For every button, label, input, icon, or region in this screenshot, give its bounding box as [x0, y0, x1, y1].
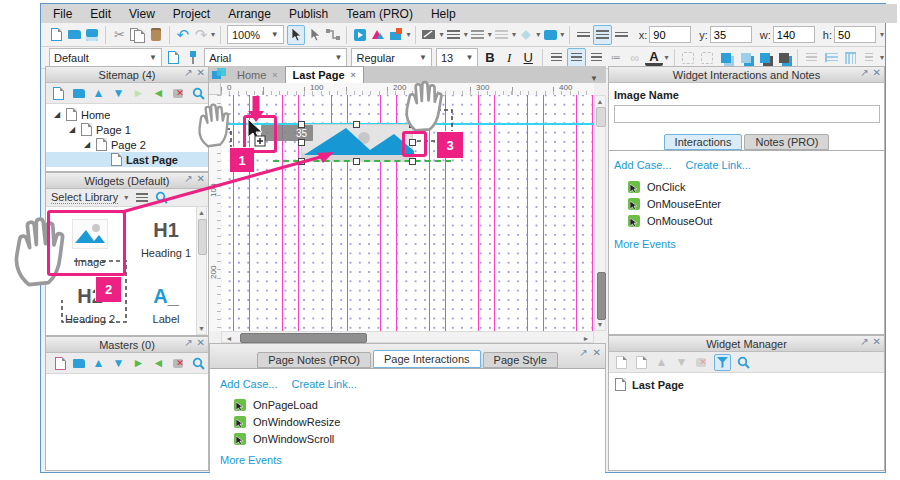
- update-style-icon[interactable]: [165, 49, 182, 67]
- delete-page-icon[interactable]: ✕: [171, 86, 186, 101]
- filter-icon[interactable]: [714, 354, 731, 371]
- widget-item-label[interactable]: A_ Label: [131, 285, 201, 325]
- event-onpageload[interactable]: OnPageLoad: [234, 396, 605, 413]
- search-icon[interactable]: [191, 356, 206, 371]
- search-icon[interactable]: [154, 190, 169, 205]
- more-events-link[interactable]: More Events: [614, 238, 879, 250]
- create-link-link[interactable]: Create Link...: [685, 159, 750, 171]
- add-case-link[interactable]: Add Case...: [220, 378, 277, 390]
- tab-interactions[interactable]: Interactions: [664, 134, 743, 150]
- y-field[interactable]: [710, 26, 752, 43]
- add-case-link[interactable]: Add Case...: [614, 159, 671, 171]
- line-width-icon[interactable]: [446, 26, 462, 44]
- w-field[interactable]: [773, 26, 815, 43]
- font-weight-select[interactable]: Regular▼: [351, 48, 431, 67]
- chevron-down-icon[interactable]: ▾: [406, 30, 410, 39]
- expand-triangle-icon[interactable]: ◢: [67, 125, 77, 134]
- link-icon[interactable]: ∞: [626, 49, 643, 67]
- close-icon[interactable]: ✕: [197, 67, 205, 78]
- preview-icon[interactable]: [352, 26, 368, 44]
- tab-list-icon[interactable]: ▼: [590, 74, 598, 83]
- menu-help[interactable]: Help: [431, 7, 456, 21]
- arrow-style-icon[interactable]: [494, 26, 510, 44]
- move-up-icon[interactable]: ▲: [91, 356, 106, 371]
- underline-button[interactable]: U: [520, 49, 537, 67]
- handle-mid-left[interactable]: [298, 139, 305, 146]
- widget-name-input[interactable]: [614, 105, 880, 123]
- move-up-icon[interactable]: ▲: [91, 86, 106, 101]
- bold-button[interactable]: B: [481, 49, 498, 67]
- create-link-link[interactable]: Create Link...: [291, 378, 356, 390]
- delete-master-icon[interactable]: ✕: [171, 356, 186, 371]
- indent-icon[interactable]: ►: [131, 86, 146, 101]
- tab-page-interactions[interactable]: Page Interactions: [373, 350, 481, 368]
- menu-file[interactable]: File: [53, 7, 72, 21]
- sitemap-item-home[interactable]: ◢ Home: [46, 107, 208, 122]
- popout-icon[interactable]: ↗: [860, 336, 868, 347]
- vertical-guide[interactable]: [494, 95, 495, 331]
- vertical-guide[interactable]: [429, 95, 430, 331]
- select-tool-icon[interactable]: [287, 25, 305, 45]
- align-objects-top-icon[interactable]: [842, 49, 859, 67]
- send-backward-icon[interactable]: [775, 49, 792, 67]
- tab-home[interactable]: Home×: [230, 67, 285, 83]
- fill-color-icon[interactable]: [542, 26, 558, 44]
- tab-page-notes[interactable]: Page Notes (PRO): [257, 352, 371, 368]
- widget-item-heading1[interactable]: H1 Heading 1: [131, 219, 201, 259]
- move-down-icon[interactable]: ▼: [111, 356, 126, 371]
- redo-icon[interactable]: ↷: [193, 26, 209, 44]
- more-events-link[interactable]: More Events: [220, 454, 605, 466]
- copy-icon[interactable]: [130, 26, 146, 44]
- undo-icon[interactable]: ↶: [175, 26, 191, 44]
- handle-bottom-left[interactable]: [298, 158, 305, 165]
- new-file-icon[interactable]: [48, 26, 64, 44]
- menu-team[interactable]: Team (PRO): [346, 7, 413, 21]
- paste-icon[interactable]: [148, 26, 164, 44]
- overflow-caret-icon[interactable]: ▾: [211, 30, 215, 39]
- delete-widget-icon[interactable]: ✕: [694, 355, 709, 370]
- tab-page-style[interactable]: Page Style: [483, 352, 558, 368]
- select-library-dropdown[interactable]: Select Library: [51, 191, 118, 204]
- vertical-guide[interactable]: [527, 95, 528, 331]
- event-onwindowresize[interactable]: OnWindowResize: [234, 413, 605, 430]
- close-icon[interactable]: ✕: [197, 173, 205, 184]
- widget-manager-item[interactable]: Last Page: [609, 377, 884, 392]
- menu-publish[interactable]: Publish: [289, 7, 328, 21]
- align-objects-left-icon[interactable]: [822, 49, 839, 67]
- open-icon[interactable]: [66, 26, 82, 44]
- bullet-list-icon[interactable]: ≔: [607, 49, 624, 67]
- handle-top-mid[interactable]: [353, 121, 360, 128]
- popout-icon[interactable]: ↗: [184, 173, 192, 184]
- save-icon[interactable]: [84, 26, 100, 44]
- event-onclick[interactable]: OnClick: [628, 178, 879, 195]
- x-field[interactable]: [649, 26, 691, 43]
- outdent-icon[interactable]: ◄: [151, 356, 166, 371]
- sitemap-item-last-page[interactable]: Last Page: [46, 152, 208, 167]
- font-select[interactable]: Arial▼: [204, 48, 347, 67]
- line-style-icon[interactable]: [470, 26, 486, 44]
- handle-top-right[interactable]: [409, 121, 416, 128]
- send-to-back-icon[interactable]: [737, 49, 754, 67]
- style-select[interactable]: Default▼: [49, 48, 162, 67]
- fill-bucket-icon[interactable]: [518, 26, 534, 44]
- handle-bottom-right[interactable]: [409, 158, 416, 165]
- image-widget-on-canvas[interactable]: [301, 124, 413, 161]
- canvas-hscrollbar[interactable]: ◄ ►: [221, 331, 594, 343]
- search-icon[interactable]: [736, 355, 751, 370]
- ungroup-icon[interactable]: [699, 49, 716, 67]
- cut-icon[interactable]: ✂: [111, 26, 127, 44]
- menu-edit[interactable]: Edit: [90, 7, 111, 21]
- popout-icon[interactable]: ↗: [184, 337, 192, 348]
- direct-select-tool-icon[interactable]: [307, 26, 323, 44]
- event-onmouseenter[interactable]: OnMouseEnter: [628, 195, 879, 212]
- close-tab-icon[interactable]: ×: [351, 70, 356, 80]
- add-folder-icon[interactable]: [71, 86, 86, 101]
- add-folder-icon[interactable]: [71, 356, 86, 371]
- zoom-select[interactable]: 100%▼: [227, 25, 284, 44]
- indent-icon[interactable]: ►: [131, 356, 146, 371]
- close-icon[interactable]: ✕: [873, 336, 881, 347]
- event-onmouseout[interactable]: OnMouseOut: [628, 212, 879, 229]
- sitemap-item-page2[interactable]: ◢ Page 2: [46, 137, 208, 152]
- popout-icon[interactable]: ↗: [184, 67, 192, 78]
- pages-icon[interactable]: [212, 68, 226, 82]
